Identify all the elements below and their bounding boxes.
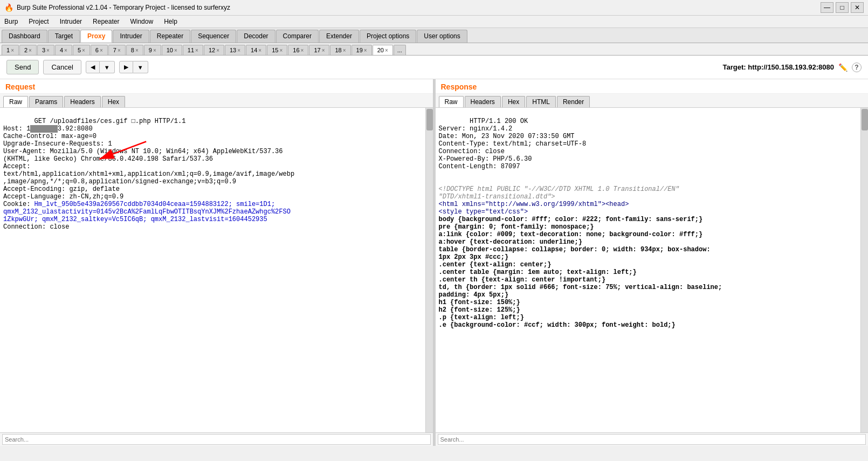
repeater-tab-16[interactable]: 16 × <box>288 45 308 55</box>
menu-help[interactable]: Help <box>162 17 180 26</box>
close-button[interactable]: ✕ <box>851 2 864 13</box>
request-content-wrapper: GET /uploadfiles/ces.gif □.php HTTP/1.1 … <box>0 108 433 432</box>
response-tab-headers[interactable]: Headers <box>465 96 501 107</box>
response-tab-raw[interactable]: Raw <box>439 96 464 107</box>
close-tab-3-icon[interactable]: × <box>46 47 50 53</box>
tab-sequencer[interactable]: Sequencer <box>191 30 236 43</box>
repeater-tab-1[interactable]: 1 × <box>2 45 19 55</box>
help-icon[interactable]: ? <box>852 63 862 72</box>
repeater-tab-18[interactable]: 18 × <box>330 45 350 55</box>
close-tab-20-icon[interactable]: × <box>385 47 388 53</box>
request-tab-headers[interactable]: Headers <box>64 96 100 107</box>
nav-tabs: Dashboard Target Proxy Intruder Repeater… <box>0 28 868 43</box>
repeater-tab-20[interactable]: 20 × <box>373 45 393 55</box>
repeater-tab-5[interactable]: 5 × <box>73 45 90 55</box>
repeater-tab-17[interactable]: 17 × <box>309 45 329 55</box>
close-tab-15-icon[interactable]: × <box>279 47 283 53</box>
request-scrollbar[interactable] <box>425 108 433 432</box>
menu-burp[interactable]: Burp <box>2 17 20 26</box>
edit-target-icon[interactable]: ✏️ <box>838 63 848 72</box>
response-text: HTTP/1.1 200 OK Server: nginx/1.4.2 Date… <box>439 118 722 329</box>
cancel-button[interactable]: Cancel <box>43 60 81 74</box>
close-tab-5-icon[interactable]: × <box>82 47 85 53</box>
response-scrollbar[interactable] <box>860 108 868 432</box>
close-tab-11-icon[interactable]: × <box>195 47 198 53</box>
request-text: GET /uploadfiles/ces.gif □.php HTTP/1.1 … <box>3 118 294 231</box>
repeater-tab-6[interactable]: 6 × <box>91 45 108 55</box>
close-tab-6-icon[interactable]: × <box>100 47 103 53</box>
response-panel-tabs: Raw Headers Hex HTML Render <box>436 94 869 108</box>
nav-forward-button[interactable]: ▶ <box>119 61 133 73</box>
response-content-wrapper: HTTP/1.1 200 OK Server: nginx/1.4.2 Date… <box>436 108 869 432</box>
app-icon: 🔥 <box>4 3 13 12</box>
title-bar: 🔥 Burp Suite Professional v2.1.04 - Temp… <box>0 0 868 16</box>
request-search-input[interactable] <box>2 434 431 445</box>
title-bar-left: 🔥 Burp Suite Professional v2.1.04 - Temp… <box>4 3 230 12</box>
nav-back-dropdown[interactable]: ▼ <box>100 61 115 73</box>
menu-window[interactable]: Window <box>128 17 155 26</box>
repeater-tab-2[interactable]: 2 × <box>19 45 37 55</box>
repeater-tab-15[interactable]: 15 × <box>267 45 287 55</box>
tab-decoder[interactable]: Decoder <box>237 30 275 43</box>
close-tab-13-icon[interactable]: × <box>237 47 240 53</box>
request-tab-params[interactable]: Params <box>29 96 63 107</box>
repeater-tab-14[interactable]: 14 × <box>246 45 266 55</box>
response-tab-hex[interactable]: Hex <box>502 96 525 107</box>
response-tab-html[interactable]: HTML <box>526 96 556 107</box>
close-tab-10-icon[interactable]: × <box>174 47 177 53</box>
repeater-tab-10[interactable]: 10 × <box>162 45 182 55</box>
tab-extender[interactable]: Extender <box>319 30 359 43</box>
nav-forward-dropdown[interactable]: ▼ <box>133 61 148 73</box>
repeater-tab-9[interactable]: 9 × <box>144 45 161 55</box>
response-header: Response <box>436 79 869 94</box>
response-content[interactable]: HTTP/1.1 200 OK Server: nginx/1.4.2 Date… <box>436 108 861 432</box>
repeater-tab-7[interactable]: 7 × <box>108 45 126 55</box>
menu-repeater[interactable]: Repeater <box>91 17 121 26</box>
tab-project-options[interactable]: Project options <box>360 30 416 43</box>
request-header: Request <box>0 79 433 94</box>
minimize-button[interactable]: — <box>821 2 833 13</box>
tab-user-options[interactable]: User options <box>417 30 467 43</box>
request-panel: Request Raw Params Headers Hex GET /uplo… <box>0 79 433 446</box>
window-title: Burp Suite Professional v2.1.04 - Tempor… <box>17 4 230 11</box>
menu-project[interactable]: Project <box>26 17 51 26</box>
response-tab-render[interactable]: Render <box>557 96 590 107</box>
close-tab-8-icon[interactable]: × <box>135 47 139 53</box>
menu-bar: Burp Project Intruder Repeater Window He… <box>0 16 868 28</box>
maximize-button[interactable]: □ <box>836 2 849 13</box>
close-tab-9-icon[interactable]: × <box>153 47 156 53</box>
close-tab-16-icon[interactable]: × <box>301 47 304 53</box>
request-tab-raw[interactable]: Raw <box>3 96 28 107</box>
nav-back-button[interactable]: ◀ <box>86 61 100 73</box>
tab-proxy[interactable]: Proxy <box>80 30 112 43</box>
send-button[interactable]: Send <box>6 60 39 74</box>
tab-dashboard[interactable]: Dashboard <box>2 30 47 43</box>
close-tab-17-icon[interactable]: × <box>322 47 325 53</box>
tab-target[interactable]: Target <box>48 30 80 43</box>
repeater-tab-8[interactable]: 8 × <box>126 45 143 55</box>
response-scrollbar-thumb <box>862 109 868 130</box>
close-tab-1-icon[interactable]: × <box>11 47 14 53</box>
close-tab-14-icon[interactable]: × <box>258 47 261 53</box>
request-tab-hex[interactable]: Hex <box>102 96 125 107</box>
title-bar-controls: — □ ✕ <box>821 2 864 13</box>
tab-intruder[interactable]: Intruder <box>113 30 149 43</box>
response-search-input[interactable] <box>438 434 866 445</box>
repeater-tab-4[interactable]: 4 × <box>55 45 72 55</box>
tab-comparer[interactable]: Comparer <box>276 30 319 43</box>
close-tab-2-icon[interactable]: × <box>29 47 32 53</box>
close-tab-4-icon[interactable]: × <box>64 47 67 53</box>
repeater-tab-11[interactable]: 11 × <box>183 45 203 55</box>
request-content[interactable]: GET /uploadfiles/ces.gif □.php HTTP/1.1 … <box>0 108 425 432</box>
menu-intruder[interactable]: Intruder <box>58 17 84 26</box>
more-tabs-button[interactable]: ... <box>394 45 406 55</box>
repeater-tab-12[interactable]: 12 × <box>204 45 224 55</box>
repeater-tab-19[interactable]: 19 × <box>352 45 372 55</box>
close-tab-7-icon[interactable]: × <box>118 47 121 53</box>
close-tab-19-icon[interactable]: × <box>364 47 367 53</box>
tab-repeater[interactable]: Repeater <box>150 30 190 43</box>
close-tab-12-icon[interactable]: × <box>216 47 219 53</box>
repeater-tab-13[interactable]: 13 × <box>225 45 245 55</box>
close-tab-18-icon[interactable]: × <box>343 47 346 53</box>
repeater-tab-3[interactable]: 3 × <box>37 45 54 55</box>
